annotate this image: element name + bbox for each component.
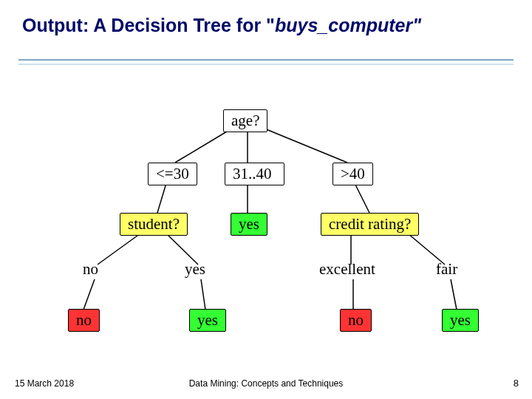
- node-gt40: >40: [332, 163, 373, 185]
- edge-student-yes: yes: [185, 260, 205, 279]
- svg-line-5: [355, 183, 369, 213]
- edge-student-no: no: [83, 260, 98, 279]
- title-rule: [18, 59, 514, 65]
- leaf-yes-mid: yes: [231, 213, 267, 236]
- edge-credit-ex: excellent: [319, 260, 375, 279]
- leaf-yes-1: yes: [189, 309, 226, 332]
- svg-line-13: [451, 279, 457, 310]
- node-credit: credit rating?: [321, 213, 419, 236]
- svg-line-0: [175, 127, 234, 163]
- edge-credit-fair: fair: [436, 260, 457, 279]
- node-root: age?: [223, 109, 267, 132]
- title-emphasis: buys_computer": [275, 15, 421, 35]
- slide-title: Output: A Decision Tree for "buys_comput…: [22, 15, 510, 36]
- leaf-no-2: no: [340, 309, 372, 332]
- svg-line-10: [83, 279, 95, 310]
- footer-page: 8: [514, 378, 519, 389]
- node-student: student?: [120, 213, 188, 236]
- leaf-yes-2: yes: [442, 309, 479, 332]
- node-le30: <=30: [148, 163, 197, 185]
- svg-line-6: [98, 233, 140, 265]
- svg-line-11: [201, 279, 205, 310]
- svg-line-2: [261, 127, 347, 163]
- leaf-no-1: no: [68, 309, 100, 332]
- title-prefix: Output: A Decision Tree for ": [22, 15, 275, 35]
- node-mid: 31..40: [225, 163, 284, 185]
- footer-center: Data Mining: Concepts and Techniques: [0, 378, 532, 389]
- svg-line-3: [157, 183, 166, 213]
- slide: Output: A Decision Tree for "buys_comput…: [0, 0, 532, 399]
